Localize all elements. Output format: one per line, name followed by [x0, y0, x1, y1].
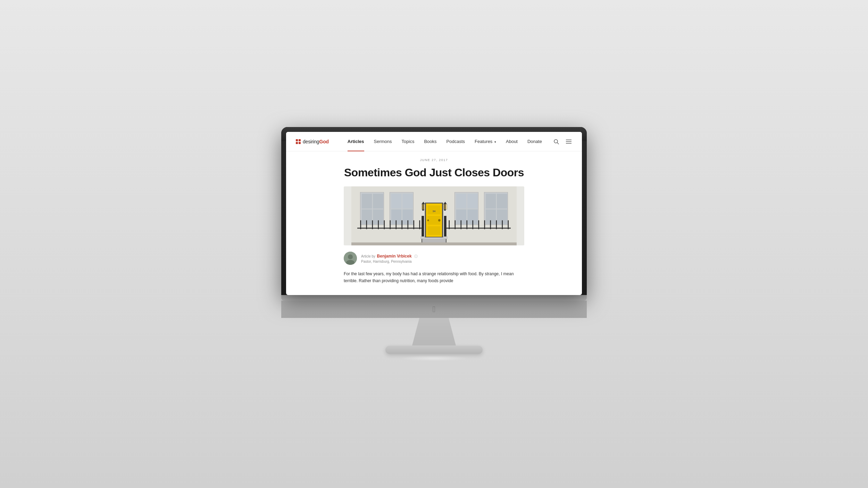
author-label: Article by	[361, 254, 375, 258]
chevron-down-icon: ▾	[494, 140, 496, 144]
monitor: desiringGod Articles Sermons Topics	[281, 127, 587, 295]
author-label-row: Article by Benjamin Vrbicek ⓘ	[361, 253, 418, 259]
nav-item-podcasts: Podcasts	[442, 132, 470, 151]
svg-rect-19	[467, 194, 478, 209]
nav-link-sermons[interactable]: Sermons	[369, 132, 397, 151]
scene: desiringGod Articles Sermons Topics	[278, 127, 590, 361]
stand-reflection	[399, 355, 469, 361]
nav-link-about[interactable]: About	[501, 132, 523, 151]
author-title: Pastor, Harrisburg, Pennsylvania	[361, 260, 418, 263]
nav-right	[553, 138, 572, 145]
svg-rect-38	[414, 220, 415, 229]
nav-item-donate: Donate	[523, 132, 547, 151]
logo-grid-icon	[296, 139, 301, 144]
author-info: Article by Benjamin Vrbicek ⓘ Pastor, Ha…	[361, 253, 418, 263]
svg-rect-32	[378, 220, 379, 229]
svg-rect-14	[402, 194, 413, 209]
svg-rect-41	[455, 220, 456, 229]
svg-rect-33	[384, 220, 385, 229]
svg-rect-18	[456, 194, 467, 209]
monitor-bottom-bar	[281, 295, 587, 301]
svg-rect-8	[362, 194, 372, 209]
avatar	[344, 252, 357, 265]
nav-item-topics: Topics	[397, 132, 419, 151]
svg-rect-23	[486, 194, 496, 209]
nav-item-sermons: Sermons	[369, 132, 397, 151]
svg-rect-37	[408, 220, 409, 229]
browser-content: desiringGod Articles Sermons Topics	[286, 132, 582, 295]
svg-rect-9	[373, 194, 383, 209]
logo[interactable]: desiringGod	[296, 139, 329, 144]
article-title: Sometimes God Just Closes Doors	[344, 166, 524, 179]
logo-text-normal: desiring	[303, 139, 319, 144]
svg-rect-66	[422, 204, 425, 209]
svg-rect-69	[443, 204, 447, 209]
svg-rect-46	[484, 220, 485, 229]
stand-base	[385, 346, 483, 354]
navbar: desiringGod Articles Sermons Topics	[286, 132, 582, 151]
author-row: Article by Benjamin Vrbicek ⓘ Pastor, Ha…	[344, 252, 524, 265]
nav-item-articles: Articles	[343, 132, 369, 151]
svg-text:34: 34	[433, 210, 436, 213]
svg-rect-29	[360, 220, 361, 229]
svg-rect-49	[502, 220, 503, 229]
logo-text-bold: God	[319, 139, 328, 144]
svg-point-72	[348, 254, 353, 259]
svg-rect-34	[390, 220, 391, 229]
svg-rect-70	[351, 242, 517, 245]
nav-link-donate[interactable]: Donate	[523, 132, 547, 151]
nav-link-features[interactable]: Features ▾	[470, 132, 501, 151]
svg-rect-42	[461, 220, 462, 229]
nav-link-topics[interactable]: Topics	[397, 132, 419, 151]
svg-rect-35	[396, 220, 397, 229]
svg-line-1	[557, 143, 559, 144]
svg-rect-47	[490, 220, 491, 229]
screen-bezel: desiringGod Articles Sermons Topics	[286, 132, 582, 295]
menu-icon[interactable]	[565, 138, 572, 145]
nav-link-podcasts[interactable]: Podcasts	[442, 132, 470, 151]
svg-rect-31	[372, 220, 373, 229]
svg-rect-30	[366, 220, 367, 229]
nav-links: Articles Sermons Topics Books Podcasts	[343, 132, 553, 151]
nav-link-articles[interactable]: Articles	[343, 132, 369, 151]
svg-rect-24	[497, 194, 507, 209]
svg-rect-45	[478, 220, 479, 229]
stand-neck	[410, 318, 458, 346]
article-date: June 27, 2017	[344, 158, 524, 162]
svg-rect-36	[402, 220, 403, 229]
svg-rect-13	[391, 194, 402, 209]
svg-rect-50	[508, 220, 509, 229]
nav-item-books: Books	[419, 132, 441, 151]
svg-rect-40	[449, 220, 450, 229]
search-icon[interactable]	[553, 138, 560, 145]
author-name[interactable]: Benjamin Vrbicek	[377, 254, 412, 259]
info-icon: ⓘ	[414, 254, 418, 258]
svg-point-61	[438, 219, 441, 221]
article-body: For the last few years, my body has had …	[344, 270, 524, 285]
nav-item-features: Features ▾	[470, 132, 501, 151]
apple-logo-area: 	[281, 301, 587, 318]
nav-link-books[interactable]: Books	[419, 132, 441, 151]
svg-rect-39	[419, 220, 420, 229]
svg-rect-59	[427, 226, 440, 235]
svg-rect-48	[496, 220, 497, 229]
apple-logo-icon: 	[433, 304, 436, 314]
logo-text: desiringGod	[303, 139, 329, 144]
article-container: June 27, 2017 Sometimes God Just Closes …	[337, 151, 531, 295]
svg-rect-43	[467, 220, 468, 229]
svg-rect-44	[473, 220, 474, 229]
svg-point-63	[427, 219, 429, 221]
article-hero-image: 34	[344, 186, 524, 245]
nav-item-about: About	[501, 132, 523, 151]
